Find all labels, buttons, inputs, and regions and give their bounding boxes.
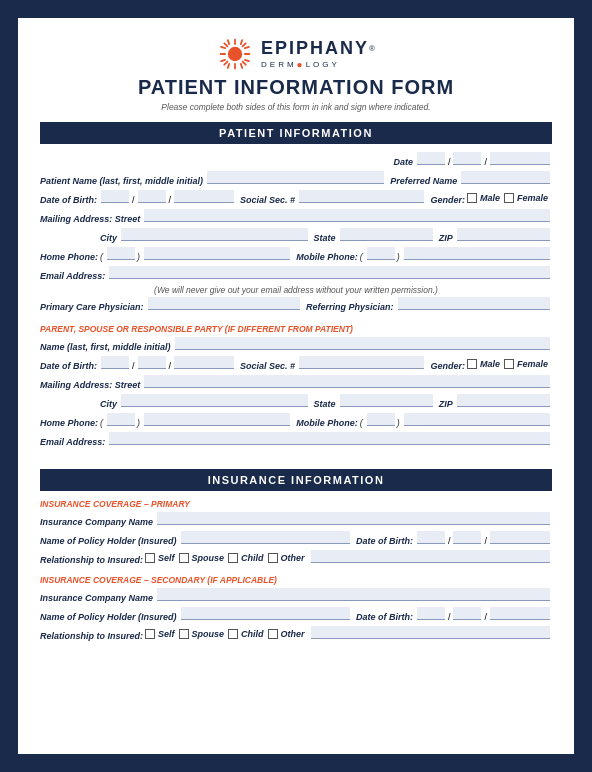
primary-holder-label: Name of Policy Holder (Insured) [40, 536, 177, 546]
rp-male-checkbox[interactable] [467, 359, 477, 369]
primary-dob-month[interactable] [417, 531, 445, 544]
logo-area: EPIPHANY ® DERM●LOGY [40, 36, 552, 72]
rp-mobile-field[interactable] [404, 413, 550, 426]
form-title: PATIENT INFORMATION FORM [40, 76, 552, 99]
patient-info-section: PATIENT INFORMATION Date / / Patient Nam… [40, 122, 552, 312]
physician-row: Primary Care Physician: Referring Physic… [40, 297, 552, 312]
secondary-other-field[interactable] [311, 626, 550, 639]
rp-home-field[interactable] [144, 413, 290, 426]
primary-company-label: Insurance Company Name [40, 517, 153, 527]
street-field[interactable] [144, 209, 550, 222]
rp-city-field[interactable] [121, 394, 307, 407]
zip-field[interactable] [457, 228, 550, 241]
secondary-spouse-group: Spouse [179, 629, 225, 639]
primary-company-field[interactable] [157, 512, 550, 525]
rp-phone-row: Home Phone: ( ) Mobile Phone: ( ) [40, 413, 552, 428]
svg-line-10 [241, 40, 242, 44]
rp-female-label: Female [517, 359, 548, 369]
gender-label: Gender: [430, 195, 465, 205]
primary-relationship-label: Relationship to Insured: [40, 555, 143, 565]
rp-social-label: Social Sec. # [240, 361, 295, 371]
secondary-self-group: Self [145, 629, 175, 639]
male-label: Male [480, 193, 500, 203]
home-area-field[interactable] [107, 247, 135, 260]
social-field[interactable] [299, 190, 424, 203]
date-year-field[interactable] [490, 152, 550, 165]
date-month-field[interactable] [417, 152, 445, 165]
preferred-name-field[interactable] [461, 171, 550, 184]
svg-line-11 [221, 47, 225, 48]
patient-section-header: PATIENT INFORMATION [40, 122, 552, 144]
brand-name: EPIPHANY [261, 38, 369, 59]
rp-city-label: City [100, 399, 117, 409]
svg-line-12 [221, 60, 225, 61]
primary-self-label: Self [158, 553, 175, 563]
rp-email-field[interactable] [109, 432, 550, 445]
secondary-spouse-checkbox[interactable] [179, 629, 189, 639]
primary-care-label: Primary Care Physician: [40, 302, 144, 312]
primary-self-checkbox[interactable] [145, 553, 155, 563]
secondary-dob-month[interactable] [417, 607, 445, 620]
primary-care-field[interactable] [148, 297, 300, 310]
secondary-dob-year[interactable] [490, 607, 550, 620]
email-label: Email Address: [40, 271, 105, 281]
primary-other-checkbox[interactable] [268, 553, 278, 563]
rp-home-area[interactable] [107, 413, 135, 426]
rp-female-checkbox[interactable] [504, 359, 514, 369]
secondary-insurance-header: INSURANCE COVERAGE – SECONDARY (IF APPLI… [40, 575, 552, 585]
primary-spouse-checkbox[interactable] [179, 553, 189, 563]
primary-holder-field[interactable] [181, 531, 350, 544]
secondary-holder-field[interactable] [181, 607, 350, 620]
rp-dob-year[interactable] [174, 356, 234, 369]
form-page: EPIPHANY ® DERM●LOGY PATIENT INFORMATION… [18, 18, 574, 754]
rp-street-field[interactable] [144, 375, 550, 388]
dob-day[interactable] [138, 190, 166, 203]
secondary-child-checkbox[interactable] [228, 629, 238, 639]
secondary-holder-row: Name of Policy Holder (Insured) Date of … [40, 607, 552, 622]
primary-child-checkbox[interactable] [228, 553, 238, 563]
state-field[interactable] [340, 228, 433, 241]
date-day-field[interactable] [453, 152, 481, 165]
rp-state-field[interactable] [340, 394, 433, 407]
insurance-section-header: INSURANCE INFORMATION [40, 469, 552, 491]
rp-mailing-row: Mailing Address: Street [40, 375, 552, 390]
mobile-phone-field[interactable] [404, 247, 550, 260]
secondary-child-label: Child [241, 629, 264, 639]
zip-label: ZIP [439, 233, 453, 243]
primary-insurance-header: INSURANCE COVERAGE – PRIMARY [40, 499, 552, 509]
rp-name-field[interactable] [175, 337, 550, 350]
secondary-self-label: Self [158, 629, 175, 639]
mobile-area-field[interactable] [367, 247, 395, 260]
primary-dob-year[interactable] [490, 531, 550, 544]
secondary-company-field[interactable] [157, 588, 550, 601]
primary-holder-row: Name of Policy Holder (Insured) Date of … [40, 531, 552, 546]
email-field[interactable] [109, 266, 550, 279]
primary-dob-day[interactable] [453, 531, 481, 544]
rp-name-label: Name (last, first, middle initial) [40, 342, 171, 352]
email-row: Email Address: [40, 266, 552, 281]
insurance-secondary: INSURANCE COVERAGE – SECONDARY (IF APPLI… [40, 575, 552, 641]
secondary-self-checkbox[interactable] [145, 629, 155, 639]
referring-field[interactable] [398, 297, 550, 310]
primary-other-field[interactable] [311, 550, 550, 563]
svg-line-6 [243, 62, 246, 65]
patient-name-field[interactable] [207, 171, 384, 184]
rp-dob-month[interactable] [101, 356, 129, 369]
rp-social-field[interactable] [299, 356, 424, 369]
male-checkbox[interactable] [467, 193, 477, 203]
secondary-dob-day[interactable] [453, 607, 481, 620]
female-checkbox[interactable] [504, 193, 514, 203]
rp-gender-label: Gender: [430, 361, 465, 371]
secondary-other-checkbox[interactable] [268, 629, 278, 639]
dob-year[interactable] [174, 190, 234, 203]
rp-email-row: Email Address: [40, 432, 552, 447]
rp-dob-day[interactable] [138, 356, 166, 369]
city-field[interactable] [121, 228, 307, 241]
primary-dob-label: Date of Birth: [356, 536, 413, 546]
social-label: Social Sec. # [240, 195, 295, 205]
rp-mobile-area[interactable] [367, 413, 395, 426]
rp-zip-field[interactable] [457, 394, 550, 407]
dob-month[interactable] [101, 190, 129, 203]
city-label: City [100, 233, 117, 243]
home-phone-field[interactable] [144, 247, 290, 260]
